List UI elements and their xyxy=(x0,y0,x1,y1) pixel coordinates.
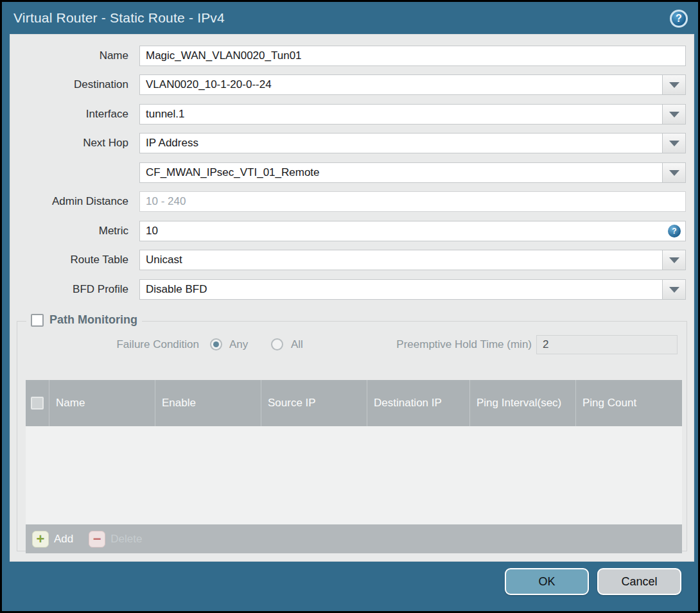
metric-help-icon[interactable]: ? xyxy=(668,225,681,237)
preemptive-hold-time-label: Preemptive Hold Time (min) xyxy=(338,335,532,354)
path-monitoring-section: Path Monitoring Failure Condition Any Al… xyxy=(17,321,687,551)
cancel-button[interactable]: Cancel xyxy=(597,568,681,595)
failure-condition-row: Failure Condition Any All Preemptive Hol… xyxy=(17,335,687,354)
metric-row: Metric ? xyxy=(10,221,694,241)
path-monitoring-legend: Path Monitoring xyxy=(26,313,142,327)
table-body-empty xyxy=(26,426,682,524)
interface-row: Interface xyxy=(10,104,694,125)
bfd-profile-row: BFD Profile xyxy=(10,279,694,300)
next-hop-address-row xyxy=(10,162,694,183)
admin-distance-label: Admin Distance xyxy=(10,191,134,212)
failure-condition-all-label: All xyxy=(291,335,303,354)
next-hop-address-input[interactable] xyxy=(139,162,663,183)
name-label: Name xyxy=(10,46,134,66)
destination-label: Destination xyxy=(10,74,134,95)
dialog-body: Name Destination Interface xyxy=(10,34,694,562)
help-icon[interactable]: ? xyxy=(670,10,688,28)
column-header-name: Name xyxy=(49,380,155,426)
path-monitoring-title: Path Monitoring xyxy=(49,313,137,327)
interface-label: Interface xyxy=(10,104,134,125)
failure-condition-any-radio[interactable] xyxy=(210,338,222,350)
next-hop-row: Next Hop xyxy=(10,133,694,153)
chevron-down-icon xyxy=(669,141,679,146)
bfd-profile-dropdown-button[interactable] xyxy=(663,279,686,300)
failure-condition-label: Failure Condition xyxy=(17,335,199,354)
chevron-down-icon xyxy=(669,287,679,293)
bfd-profile-label: BFD Profile xyxy=(10,279,134,300)
path-monitoring-table: Name Enable Source IP Destination IP Pin… xyxy=(26,380,682,553)
table-toolbar: + Add − Delete xyxy=(26,524,682,553)
table-header-checkbox-cell xyxy=(26,380,49,426)
next-hop-label: Next Hop xyxy=(10,133,134,153)
interface-dropdown-button[interactable] xyxy=(663,104,686,125)
chevron-down-icon xyxy=(669,82,679,88)
chevron-down-icon xyxy=(669,170,679,176)
destination-input[interactable] xyxy=(139,74,663,95)
route-table-dropdown-button[interactable] xyxy=(663,250,686,270)
column-header-destination-ip: Destination IP xyxy=(367,380,470,426)
delete-button[interactable]: − Delete xyxy=(89,531,142,548)
destination-dropdown-button[interactable] xyxy=(663,74,686,95)
table-header: Name Enable Source IP Destination IP Pin… xyxy=(26,380,682,426)
next-hop-type-input[interactable] xyxy=(139,133,663,153)
path-monitoring-checkbox[interactable] xyxy=(31,314,44,327)
failure-condition-any-label: Any xyxy=(229,335,248,354)
delete-button-label: Delete xyxy=(110,533,142,546)
select-all-checkbox[interactable] xyxy=(31,397,44,410)
add-button[interactable]: + Add xyxy=(32,531,73,548)
admin-distance-input[interactable] xyxy=(139,191,686,212)
interface-input[interactable] xyxy=(139,104,663,125)
route-table-row: Route Table xyxy=(10,250,694,270)
dialog-title: Virtual Router - Static Route - IPv4 xyxy=(13,10,225,26)
plus-icon: + xyxy=(32,531,49,548)
route-table-input[interactable] xyxy=(139,250,663,270)
minus-icon: − xyxy=(89,531,105,548)
column-header-enable: Enable xyxy=(155,380,261,426)
column-header-source-ip: Source IP xyxy=(261,380,367,426)
ok-button[interactable]: OK xyxy=(505,568,589,595)
column-header-ping-interval: Ping Interval(sec) xyxy=(470,380,576,426)
metric-input[interactable] xyxy=(139,221,686,241)
next-hop-type-dropdown-button[interactable] xyxy=(663,133,686,153)
next-hop-address-dropdown-button[interactable] xyxy=(663,162,686,183)
chevron-down-icon xyxy=(669,257,679,263)
route-table-label: Route Table xyxy=(10,250,134,270)
name-row: Name xyxy=(10,46,694,66)
failure-condition-all-radio[interactable] xyxy=(271,338,283,350)
bfd-profile-input[interactable] xyxy=(139,279,663,300)
admin-distance-row: Admin Distance xyxy=(10,191,694,212)
metric-label: Metric xyxy=(10,221,134,241)
column-header-ping-count: Ping Count xyxy=(576,380,682,426)
dialog-window: Virtual Router - Static Route - IPv4 ? N… xyxy=(2,2,698,611)
destination-row: Destination xyxy=(10,74,694,95)
preemptive-hold-time-input[interactable] xyxy=(536,335,678,354)
add-button-label: Add xyxy=(54,533,73,546)
name-input[interactable] xyxy=(139,46,686,66)
chevron-down-icon xyxy=(669,112,679,117)
